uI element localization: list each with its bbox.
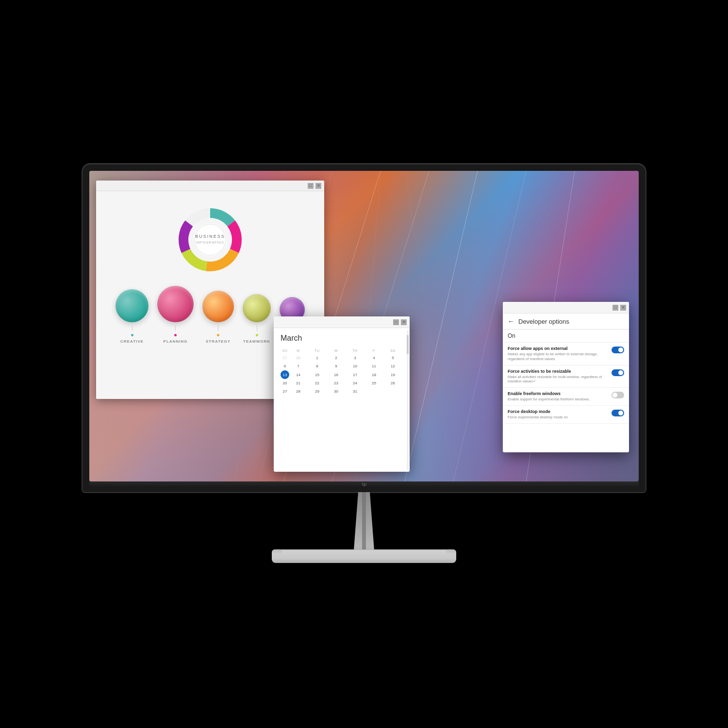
svg-point-15 — [194, 223, 227, 256]
devopt-item-title-4: Force desktop mode — [508, 409, 609, 414]
devopt-item-desc-2: Make all activities resizable for multi-… — [508, 375, 609, 384]
devopt-title: Developer options — [518, 318, 624, 325]
presentation-titlebar: □ ✕ — [96, 181, 324, 191]
cal-day[interactable]: 26 — [383, 379, 403, 387]
cal-day[interactable]: 27 — [281, 387, 289, 396]
label-teamwork: TEAMWORK — [243, 339, 270, 344]
cal-day[interactable]: 18 — [365, 370, 383, 379]
devopt-item-desc-3: Enable support for experimental freeform… — [508, 397, 609, 402]
monitor-bottom-bar: hp — [89, 481, 639, 487]
cal-header-sa: SA — [383, 347, 403, 354]
connector-creative — [132, 325, 132, 331]
cal-day[interactable]: 10 — [345, 362, 365, 370]
cal-day[interactable]: 28 — [289, 354, 307, 362]
devopt-item-text-3: Enable freeform windows Enable support f… — [508, 391, 609, 402]
cal-day[interactable]: 20 — [281, 379, 289, 387]
cal-day[interactable]: 31 — [345, 387, 365, 396]
devopt-item-force-allow: Force allow apps on external Makes any a… — [503, 343, 629, 365]
cal-day[interactable]: 23 — [327, 379, 345, 387]
cal-day[interactable]: 6 — [281, 362, 289, 370]
cal-day[interactable]: 3 — [345, 354, 365, 362]
hp-logo: hp — [362, 482, 366, 487]
cal-day[interactable]: 8 — [307, 362, 327, 370]
cal-day[interactable]: 1 — [307, 354, 327, 362]
bubble-planning — [157, 286, 194, 322]
cal-day[interactable]: 21 — [289, 379, 307, 387]
dot-strategy — [217, 334, 219, 336]
cal-day[interactable]: 11 — [365, 362, 383, 370]
devopt-header: ← Developer options — [503, 314, 629, 330]
cal-day[interactable]: 9 — [327, 362, 345, 370]
svg-line-2 — [405, 171, 478, 481]
bubble-item-creative: CREATIVE — [116, 289, 149, 344]
cal-day[interactable]: 28 — [289, 387, 307, 396]
cal-header-tu: TU — [307, 347, 327, 354]
devopt-toggle-1[interactable] — [612, 347, 624, 353]
dot-planning — [174, 334, 177, 336]
devopt-back-icon[interactable]: ← — [508, 317, 514, 325]
cal-day[interactable]: 4 — [365, 354, 383, 362]
cal-day[interactable]: 25 — [365, 379, 383, 387]
devopt-close-btn[interactable]: ✕ — [620, 305, 626, 311]
cal-day[interactable]: 12 — [383, 362, 403, 370]
bubble-creative — [116, 289, 149, 322]
cal-header-f: F — [365, 347, 383, 354]
dot-teamwork — [256, 334, 258, 336]
cal-day[interactable]: 30 — [327, 387, 345, 396]
devopt-toggle-3[interactable] — [612, 392, 624, 398]
cal-day[interactable]: 2 — [327, 354, 345, 362]
cal-day[interactable]: 16 — [327, 370, 345, 379]
label-strategy: STRATEGY — [206, 339, 231, 344]
monitor-stand — [272, 492, 456, 564]
cal-header-th: TH — [345, 347, 365, 354]
calendar-close-btn[interactable]: ✕ — [401, 319, 407, 325]
cal-day[interactable]: 14 — [289, 370, 307, 379]
stand-base — [272, 549, 456, 563]
presentation-maximize-btn[interactable]: □ — [308, 183, 314, 189]
cal-day[interactable] — [383, 387, 403, 396]
label-planning: PLANNING — [164, 339, 188, 344]
devopt-item-desktop: Force desktop mode Force experimental de… — [503, 406, 629, 424]
devopt-maximize-btn[interactable]: □ — [612, 305, 618, 311]
bubble-strategy — [202, 291, 234, 322]
presentation-close-btn[interactable]: ✕ — [315, 183, 321, 189]
donut-chart: BUSINESS INFOGRAPHIC — [176, 206, 244, 274]
cal-day[interactable]: 24 — [345, 379, 365, 387]
calendar-maximize-btn[interactable]: □ — [393, 319, 399, 325]
connector-strategy — [218, 325, 218, 331]
cal-day[interactable]: 7 — [289, 362, 307, 370]
calendar-month: March — [281, 334, 403, 343]
donut-svg: BUSINESS INFOGRAPHIC — [176, 206, 244, 274]
devopt-item-text-1: Force allow apps on external Makes any a… — [508, 346, 609, 362]
bubble-item-planning: PLANNING — [157, 286, 194, 344]
devopt-item-desc-4: Force experimental desktop mode on — [508, 415, 609, 420]
cal-header-m: M — [289, 347, 307, 354]
bubble-item-teamwork: TEAMWORK — [243, 294, 271, 344]
calendar-scrollbar[interactable] — [407, 330, 409, 471]
monitor: □ ✕ — [73, 164, 655, 564]
cal-day[interactable]: 5 — [383, 354, 403, 362]
cal-day[interactable]: 17 — [345, 370, 365, 379]
devopt-item-title-2: Force activities to be resizable — [508, 369, 609, 374]
cal-day[interactable]: 15 — [307, 370, 327, 379]
cal-header-su: SU — [281, 347, 289, 354]
cal-day[interactable]: 22 — [307, 379, 327, 387]
cal-day[interactable]: 27 — [281, 354, 289, 362]
devopt-item-desc-1: Makes any app eligible to be written to … — [508, 352, 609, 362]
devopt-toggle-4[interactable] — [612, 410, 624, 416]
cal-day-today[interactable]: 13 — [281, 370, 289, 379]
dot-creative — [131, 334, 133, 336]
cal-day[interactable] — [365, 387, 383, 396]
stand-base-sheen — [281, 550, 447, 554]
cal-day[interactable]: 29 — [307, 387, 327, 396]
label-creative: CREATIVE — [120, 339, 144, 344]
monitor-screen: □ ✕ — [89, 171, 639, 481]
devopt-item-freeform: Enable freeform windows Enable support f… — [503, 388, 629, 406]
calendar-titlebar: □ ✕ — [274, 316, 410, 328]
calendar-body: March SU M TU W TH F SA — [274, 328, 410, 401]
devopt-titlebar: □ ✕ — [503, 302, 629, 314]
devopt-item-title-1: Force allow apps on external — [508, 346, 609, 351]
devopt-toggle-2[interactable] — [612, 369, 624, 376]
bubble-teamwork — [243, 294, 271, 322]
cal-day[interactable]: 19 — [383, 370, 403, 379]
